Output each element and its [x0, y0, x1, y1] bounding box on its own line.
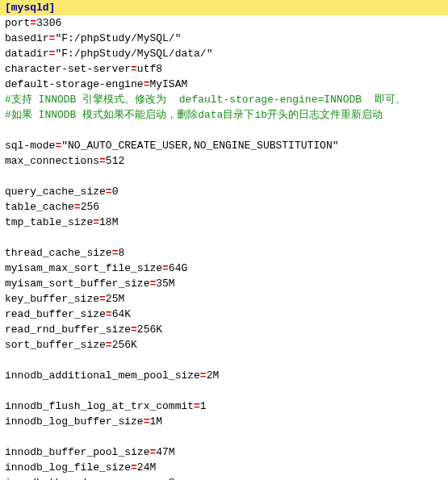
equals-sign: =: [93, 216, 99, 228]
config-key: myisam_max_sort_file_size: [5, 262, 162, 274]
config-key: read_rnd_buffer_size: [5, 323, 131, 336]
config-value: 512: [106, 155, 124, 167]
config-value: MyISAM: [149, 78, 187, 90]
config-value: 64K: [112, 308, 131, 320]
config-key: sort_buffer_size: [5, 339, 106, 351]
config-key: basedir: [5, 32, 49, 44]
config-line: query_cache_size=0: [0, 184, 448, 199]
equals-sign: =: [106, 339, 112, 351]
config-line: read_buffer_size=64K: [0, 307, 448, 322]
config-value: 256: [81, 201, 99, 213]
config-line: sql-mode="NO_AUTO_CREATE_USER,NO_ENGINE_…: [0, 138, 448, 153]
config-key: character-set-server: [5, 63, 131, 75]
config-key: innodb_additional_mem_pool_size: [5, 369, 200, 382]
equals-sign: =: [131, 323, 137, 336]
config-key: read_buffer_size: [5, 308, 106, 320]
config-value: 256K: [137, 323, 162, 336]
config-line: thread_cache_size=8: [0, 245, 448, 261]
config-line: innodb_buffer_pool_size=47M: [0, 445, 448, 460]
config-key: max_connections: [5, 155, 99, 167]
config-key: innodb_thread_concurrency: [5, 477, 162, 480]
config-line: basedir="F:/phpStudy/MySQL/": [0, 31, 448, 46]
config-line: sort_buffer_size=256K: [0, 337, 448, 353]
config-value: 25M: [106, 293, 124, 305]
config-line: [0, 353, 448, 368]
equals-sign: =: [162, 477, 169, 480]
config-value: 0: [112, 186, 119, 198]
config-line: datadir="F:/phpStudy/MySQL/data/": [0, 46, 448, 61]
config-key: datadir: [5, 48, 49, 60]
equals-sign: =: [200, 369, 207, 382]
config-value: 1M: [149, 415, 162, 428]
config-value: 47M: [156, 446, 174, 458]
config-key: innodb_flush_log_at_trx_commit: [5, 400, 194, 412]
config-line: innodb_log_file_size=24M: [0, 460, 448, 475]
config-value: 64G: [169, 262, 187, 274]
config-line: innodb_log_buffer_size=1M: [0, 414, 448, 429]
config-key: port: [5, 17, 30, 29]
config-value: 8: [169, 477, 175, 480]
config-line: read_rnd_buffer_size=256K: [0, 322, 448, 337]
config-value: utf8: [137, 63, 162, 75]
config-line: table_cache=256: [0, 199, 448, 215]
config-value: 18M: [99, 216, 118, 228]
config-line: character-set-server=utf8: [0, 61, 448, 77]
config-line: innodb_flush_log_at_trx_commit=1: [0, 399, 448, 414]
config-line: max_connections=512: [0, 153, 448, 169]
config-key: innodb_log_file_size: [5, 461, 131, 474]
config-line: [0, 123, 448, 138]
equals-sign: =: [131, 63, 137, 75]
config-comment: #支持 INNODB 引擎模式。修改为 default-storage-engi…: [0, 92, 448, 107]
config-value: 8: [118, 247, 124, 259]
config-value: "F:/phpStudy/MySQL/": [55, 32, 181, 44]
config-value: "NO_AUTO_CREATE_USER,NO_ENGINE_SUBSTITUT…: [61, 140, 338, 152]
config-key: tmp_table_size: [5, 216, 93, 228]
config-line: innodb_thread_concurrency=8: [0, 475, 448, 480]
config-key: myisam_sort_buffer_size: [5, 278, 149, 290]
config-line: myisam_max_sort_file_size=64G: [0, 261, 448, 276]
equals-sign: =: [99, 155, 106, 167]
config-key: innodb_buffer_pool_size: [5, 446, 149, 458]
config-line: tmp_table_size=18M: [0, 215, 448, 230]
config-key: table_cache: [5, 201, 74, 213]
config-line: innodb_additional_mem_pool_size=2M: [0, 368, 448, 383]
config-value: 2M: [207, 369, 220, 382]
config-line: default-storage-engine=MyISAM: [0, 77, 448, 92]
config-value: "F:/phpStudy/MySQL/data/": [55, 48, 212, 60]
config-value: 256K: [112, 339, 137, 351]
config-key: thread_cache_size: [5, 247, 112, 259]
config-value: 24M: [137, 461, 156, 474]
config-value: 1: [200, 400, 207, 412]
equals-sign: =: [162, 262, 169, 274]
config-line: [0, 230, 448, 245]
config-line: port=3306: [0, 15, 448, 31]
equals-sign: =: [30, 17, 36, 29]
config-line: key_buffer_size=25M: [0, 291, 448, 307]
config-key: query_cache_size: [5, 186, 106, 198]
equals-sign: =: [131, 461, 137, 474]
section-header: [mysqld]: [0, 0, 448, 15]
config-comment: #如果 INNODB 模式如果不能启动，删除data目录下ib开头的日志文件重新…: [0, 107, 448, 123]
config-value: 35M: [156, 278, 174, 290]
config-line: [0, 383, 448, 399]
equals-sign: =: [74, 201, 81, 213]
equals-sign: =: [106, 186, 112, 198]
config-line: myisam_sort_buffer_size=35M: [0, 276, 448, 291]
config-key: innodb_log_buffer_size: [5, 415, 144, 428]
config-line: [0, 169, 448, 184]
config-line: [0, 429, 448, 445]
equals-sign: =: [106, 308, 112, 320]
equals-sign: =: [99, 293, 106, 305]
config-value: 3306: [36, 17, 61, 29]
config-key: default-storage-engine: [5, 78, 144, 90]
config-key: key_buffer_size: [5, 293, 99, 305]
config-editor[interactable]: [mysqld] port=3306basedir="F:/phpStudy/M…: [0, 0, 448, 480]
equals-sign: =: [194, 400, 200, 412]
config-key: sql-mode: [5, 140, 55, 152]
